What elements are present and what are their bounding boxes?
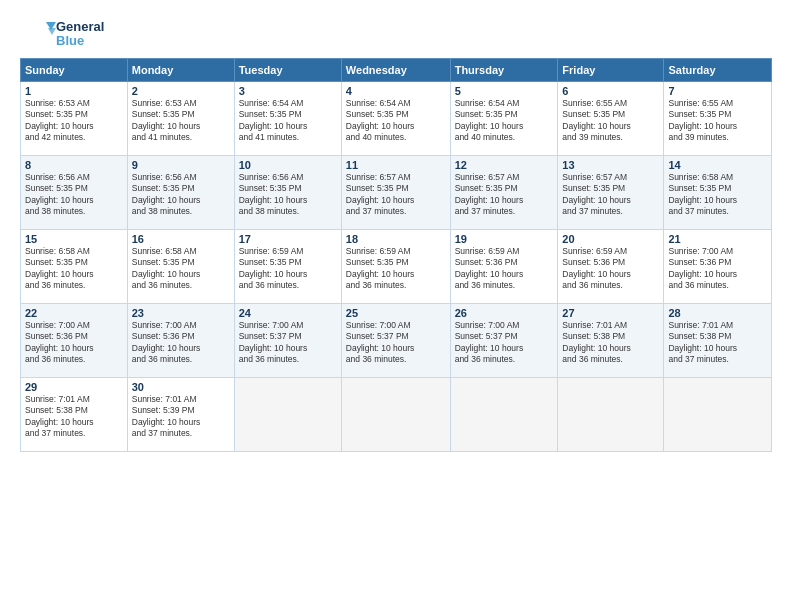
day-info: Sunrise: 6:59 AMSunset: 5:36 PMDaylight:… xyxy=(455,246,554,292)
page-header: General Blue xyxy=(20,18,772,50)
day-info: Sunrise: 7:01 AMSunset: 5:38 PMDaylight:… xyxy=(668,320,767,366)
calendar-cell: 17Sunrise: 6:59 AMSunset: 5:35 PMDayligh… xyxy=(234,230,341,304)
day-number: 9 xyxy=(132,159,230,171)
day-number: 25 xyxy=(346,307,446,319)
day-info: Sunrise: 7:01 AMSunset: 5:39 PMDaylight:… xyxy=(132,394,230,440)
calendar-cell: 13Sunrise: 6:57 AMSunset: 5:35 PMDayligh… xyxy=(558,156,664,230)
day-info: Sunrise: 6:56 AMSunset: 5:35 PMDaylight:… xyxy=(25,172,123,218)
col-header-wednesday: Wednesday xyxy=(341,59,450,82)
day-number: 24 xyxy=(239,307,337,319)
day-number: 22 xyxy=(25,307,123,319)
day-number: 18 xyxy=(346,233,446,245)
calendar-cell: 24Sunrise: 7:00 AMSunset: 5:37 PMDayligh… xyxy=(234,304,341,378)
calendar-week-2: 8Sunrise: 6:56 AMSunset: 5:35 PMDaylight… xyxy=(21,156,772,230)
day-info: Sunrise: 6:55 AMSunset: 5:35 PMDaylight:… xyxy=(562,98,659,144)
day-number: 4 xyxy=(346,85,446,97)
calendar-cell: 14Sunrise: 6:58 AMSunset: 5:35 PMDayligh… xyxy=(664,156,772,230)
day-info: Sunrise: 6:54 AMSunset: 5:35 PMDaylight:… xyxy=(239,98,337,144)
calendar-cell: 3Sunrise: 6:54 AMSunset: 5:35 PMDaylight… xyxy=(234,82,341,156)
calendar-cell: 6Sunrise: 6:55 AMSunset: 5:35 PMDaylight… xyxy=(558,82,664,156)
day-number: 7 xyxy=(668,85,767,97)
col-header-monday: Monday xyxy=(127,59,234,82)
logo: General Blue xyxy=(20,18,104,50)
calendar-cell: 10Sunrise: 6:56 AMSunset: 5:35 PMDayligh… xyxy=(234,156,341,230)
svg-marker-2 xyxy=(48,28,56,35)
day-info: Sunrise: 7:00 AMSunset: 5:37 PMDaylight:… xyxy=(346,320,446,366)
day-info: Sunrise: 7:00 AMSunset: 5:37 PMDaylight:… xyxy=(455,320,554,366)
day-info: Sunrise: 6:57 AMSunset: 5:35 PMDaylight:… xyxy=(346,172,446,218)
calendar-cell: 30Sunrise: 7:01 AMSunset: 5:39 PMDayligh… xyxy=(127,378,234,452)
day-info: Sunrise: 6:57 AMSunset: 5:35 PMDaylight:… xyxy=(455,172,554,218)
day-number: 12 xyxy=(455,159,554,171)
calendar-cell: 9Sunrise: 6:56 AMSunset: 5:35 PMDaylight… xyxy=(127,156,234,230)
day-number: 27 xyxy=(562,307,659,319)
day-number: 2 xyxy=(132,85,230,97)
calendar-cell: 21Sunrise: 7:00 AMSunset: 5:36 PMDayligh… xyxy=(664,230,772,304)
day-info: Sunrise: 6:53 AMSunset: 5:35 PMDaylight:… xyxy=(132,98,230,144)
day-number: 28 xyxy=(668,307,767,319)
calendar-cell: 15Sunrise: 6:58 AMSunset: 5:35 PMDayligh… xyxy=(21,230,128,304)
day-info: Sunrise: 6:58 AMSunset: 5:35 PMDaylight:… xyxy=(668,172,767,218)
calendar-cell: 5Sunrise: 6:54 AMSunset: 5:35 PMDaylight… xyxy=(450,82,558,156)
col-header-thursday: Thursday xyxy=(450,59,558,82)
col-header-sunday: Sunday xyxy=(21,59,128,82)
calendar-cell: 12Sunrise: 6:57 AMSunset: 5:35 PMDayligh… xyxy=(450,156,558,230)
day-number: 13 xyxy=(562,159,659,171)
calendar-cell: 27Sunrise: 7:01 AMSunset: 5:38 PMDayligh… xyxy=(558,304,664,378)
day-number: 17 xyxy=(239,233,337,245)
calendar-cell xyxy=(234,378,341,452)
calendar-cell: 16Sunrise: 6:58 AMSunset: 5:35 PMDayligh… xyxy=(127,230,234,304)
day-number: 8 xyxy=(25,159,123,171)
day-info: Sunrise: 7:01 AMSunset: 5:38 PMDaylight:… xyxy=(562,320,659,366)
day-number: 11 xyxy=(346,159,446,171)
calendar-cell: 25Sunrise: 7:00 AMSunset: 5:37 PMDayligh… xyxy=(341,304,450,378)
day-info: Sunrise: 7:00 AMSunset: 5:36 PMDaylight:… xyxy=(25,320,123,366)
calendar-cell: 4Sunrise: 6:54 AMSunset: 5:35 PMDaylight… xyxy=(341,82,450,156)
day-number: 3 xyxy=(239,85,337,97)
day-number: 15 xyxy=(25,233,123,245)
calendar-cell: 22Sunrise: 7:00 AMSunset: 5:36 PMDayligh… xyxy=(21,304,128,378)
day-number: 16 xyxy=(132,233,230,245)
day-info: Sunrise: 6:55 AMSunset: 5:35 PMDaylight:… xyxy=(668,98,767,144)
day-number: 29 xyxy=(25,381,123,393)
calendar-cell: 11Sunrise: 6:57 AMSunset: 5:35 PMDayligh… xyxy=(341,156,450,230)
day-info: Sunrise: 6:54 AMSunset: 5:35 PMDaylight:… xyxy=(346,98,446,144)
day-number: 10 xyxy=(239,159,337,171)
calendar-cell: 7Sunrise: 6:55 AMSunset: 5:35 PMDaylight… xyxy=(664,82,772,156)
calendar-cell: 1Sunrise: 6:53 AMSunset: 5:35 PMDaylight… xyxy=(21,82,128,156)
day-number: 1 xyxy=(25,85,123,97)
col-header-tuesday: Tuesday xyxy=(234,59,341,82)
calendar-cell: 20Sunrise: 6:59 AMSunset: 5:36 PMDayligh… xyxy=(558,230,664,304)
day-number: 14 xyxy=(668,159,767,171)
day-info: Sunrise: 6:59 AMSunset: 5:36 PMDaylight:… xyxy=(562,246,659,292)
calendar-cell xyxy=(664,378,772,452)
calendar-table: SundayMondayTuesdayWednesdayThursdayFrid… xyxy=(20,58,772,452)
day-info: Sunrise: 6:59 AMSunset: 5:35 PMDaylight:… xyxy=(239,246,337,292)
day-info: Sunrise: 6:53 AMSunset: 5:35 PMDaylight:… xyxy=(25,98,123,144)
day-info: Sunrise: 6:57 AMSunset: 5:35 PMDaylight:… xyxy=(562,172,659,218)
day-number: 30 xyxy=(132,381,230,393)
day-number: 21 xyxy=(668,233,767,245)
calendar-cell: 8Sunrise: 6:56 AMSunset: 5:35 PMDaylight… xyxy=(21,156,128,230)
calendar-cell xyxy=(558,378,664,452)
day-number: 26 xyxy=(455,307,554,319)
col-header-friday: Friday xyxy=(558,59,664,82)
day-info: Sunrise: 7:00 AMSunset: 5:37 PMDaylight:… xyxy=(239,320,337,366)
day-info: Sunrise: 6:58 AMSunset: 5:35 PMDaylight:… xyxy=(25,246,123,292)
day-number: 20 xyxy=(562,233,659,245)
calendar-cell: 26Sunrise: 7:00 AMSunset: 5:37 PMDayligh… xyxy=(450,304,558,378)
calendar-week-5: 29Sunrise: 7:01 AMSunset: 5:38 PMDayligh… xyxy=(21,378,772,452)
calendar-cell: 29Sunrise: 7:01 AMSunset: 5:38 PMDayligh… xyxy=(21,378,128,452)
day-info: Sunrise: 6:54 AMSunset: 5:35 PMDaylight:… xyxy=(455,98,554,144)
calendar-cell: 2Sunrise: 6:53 AMSunset: 5:35 PMDaylight… xyxy=(127,82,234,156)
calendar-week-4: 22Sunrise: 7:00 AMSunset: 5:36 PMDayligh… xyxy=(21,304,772,378)
day-number: 19 xyxy=(455,233,554,245)
calendar-cell: 28Sunrise: 7:01 AMSunset: 5:38 PMDayligh… xyxy=(664,304,772,378)
calendar-cell xyxy=(450,378,558,452)
day-info: Sunrise: 6:56 AMSunset: 5:35 PMDaylight:… xyxy=(132,172,230,218)
calendar-cell: 18Sunrise: 6:59 AMSunset: 5:35 PMDayligh… xyxy=(341,230,450,304)
day-number: 23 xyxy=(132,307,230,319)
day-info: Sunrise: 7:00 AMSunset: 5:36 PMDaylight:… xyxy=(668,246,767,292)
calendar-cell: 19Sunrise: 6:59 AMSunset: 5:36 PMDayligh… xyxy=(450,230,558,304)
calendar-cell xyxy=(341,378,450,452)
